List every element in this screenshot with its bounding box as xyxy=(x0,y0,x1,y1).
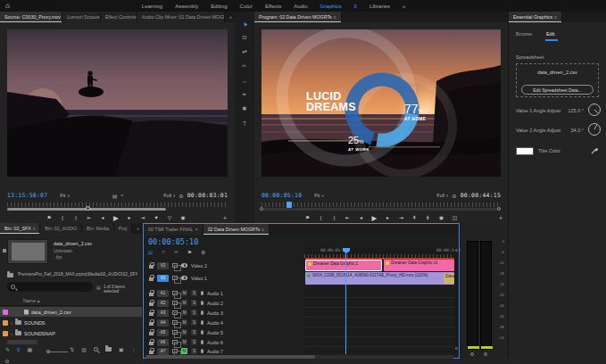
workspace-tab-graphics[interactable]: Graphics xyxy=(320,4,342,9)
automate-to-sequence-button[interactable]: ▥ xyxy=(81,346,87,352)
track-target-a5[interactable]: A5 xyxy=(157,329,169,336)
source-mini-ruler[interactable] xyxy=(7,203,228,207)
source-monitor-video[interactable] xyxy=(7,29,228,177)
track-lock-icon[interactable] xyxy=(149,342,154,345)
mute-button[interactable]: M xyxy=(181,310,187,316)
track-target-a7[interactable]: A7 xyxy=(157,348,169,355)
razor-tool[interactable]: ✂ xyxy=(239,62,250,70)
scrollbar-end-handle[interactable] xyxy=(455,347,458,350)
column-header-name[interactable]: Name ▴ xyxy=(23,298,39,303)
sync-lock-icon[interactable] xyxy=(172,301,178,305)
mute-button[interactable]: M xyxy=(181,300,187,306)
track-lock-icon[interactable] xyxy=(149,351,154,354)
workspace-tab-libraries[interactable]: Libraries xyxy=(369,4,390,9)
overflow-icon[interactable]: ⋮ xyxy=(131,346,137,352)
param2-value[interactable]: 34.0 ° xyxy=(560,128,584,133)
tab-audio-clip-mixer[interactable]: Audio Clip Mixer: 02 Data Driven MOGRTs xyxy=(137,12,225,22)
preview-thumbnail[interactable] xyxy=(7,239,48,264)
tab-program[interactable]: Program: 02 Data Driven MOGRTs≡ xyxy=(254,12,342,22)
export-frame-button[interactable]: ◉ xyxy=(436,213,446,222)
sync-lock-icon[interactable] xyxy=(172,320,178,325)
tab-sequence-tsr-trailer[interactable]: 00 TSR Trailer FINAL× xyxy=(144,224,203,235)
label-color-chip[interactable] xyxy=(3,320,8,326)
insert-button[interactable]: ▼ xyxy=(152,213,162,222)
toggle-track-output-icon[interactable] xyxy=(181,263,187,268)
tab-overflow-icon[interactable]: » xyxy=(134,223,142,234)
tab-effect-controls[interactable]: Effect Controls xyxy=(101,12,137,22)
drag-audio-only-icon[interactable]: ≈ xyxy=(120,193,123,198)
tab-lumetri-scopes[interactable]: Lumetri Scopes xyxy=(62,12,101,22)
track-lock-icon[interactable] xyxy=(149,293,154,296)
tab-bin-media[interactable]: Bin: Media xyxy=(82,223,114,234)
program-monitor-video[interactable] xyxy=(261,29,501,177)
workspace-overflow-icon[interactable]: » xyxy=(403,4,405,9)
zoom-slider-handle[interactable] xyxy=(46,350,50,353)
track-lock-icon[interactable] xyxy=(149,312,154,316)
workspace-tab-assembly[interactable]: Assembly xyxy=(175,4,198,9)
timeline-settings-icon[interactable]: ⚙ xyxy=(201,249,205,255)
track-lock-icon[interactable] xyxy=(149,277,154,281)
clip-proxy-video[interactable]: S004_C008_0518114_A08990-0117AE_Proxy_HD… xyxy=(305,272,454,285)
panel-menu-icon[interactable]: ≡ xyxy=(334,14,336,20)
tab-sequence-data-driven[interactable]: 02 Data Driven MOGRTs≡ xyxy=(203,224,270,235)
twirl-expand-icon[interactable]: › xyxy=(11,331,12,336)
new-item-button[interactable]: ▣ xyxy=(119,346,124,352)
scrollbar-end-handle[interactable] xyxy=(455,249,458,252)
source-timecode[interactable]: 13:15:50:07 xyxy=(7,192,47,199)
edit-spreadsheet-data-button[interactable]: Edit Spreadsheet Data... xyxy=(521,85,594,95)
clip-dreamer-data-graphic-1[interactable]: Dreamer Data Graphic 1 xyxy=(305,260,382,271)
search-in-icon[interactable]: ▤ xyxy=(96,285,101,290)
audio-track-content-area[interactable] xyxy=(304,288,454,354)
mute-button[interactable]: M xyxy=(181,329,187,335)
tab-bin-02-sfx[interactable]: Bin: 02_SFX≡ xyxy=(0,223,40,234)
sync-lock-icon[interactable] xyxy=(172,310,178,315)
overwrite-button[interactable]: ▽ xyxy=(165,213,175,222)
comparison-view-button[interactable]: ◫ xyxy=(450,213,460,222)
solo-button[interactable]: S xyxy=(191,290,197,296)
solo-button[interactable]: S xyxy=(191,348,197,354)
play-button[interactable]: ▶ xyxy=(369,213,379,222)
solo-button[interactable]: S xyxy=(191,339,197,345)
play-button[interactable]: ▶ xyxy=(112,213,121,222)
param2-dial[interactable] xyxy=(587,122,602,136)
linked-selection-icon[interactable]: ∞ xyxy=(174,249,178,255)
solo-button[interactable]: S xyxy=(191,319,197,326)
workspace-tab-audio[interactable]: Audio xyxy=(294,4,307,9)
mark-out-button[interactable]: } xyxy=(329,213,339,222)
add-marker-icon[interactable]: ⚑ xyxy=(187,249,192,255)
breadcrumb[interactable]: PremierePro_Fall_2018_MAX.prproj\Media\0… xyxy=(18,272,137,277)
workspace-tab-editing[interactable]: Editing xyxy=(211,4,227,9)
step-back-button[interactable]: ◂ xyxy=(98,213,108,222)
panel-menu-icon[interactable]: ≡ xyxy=(554,14,557,20)
voiceover-record-icon[interactable] xyxy=(201,330,203,335)
step-forward-button[interactable]: ▸ xyxy=(125,213,135,222)
voiceover-record-icon[interactable] xyxy=(201,301,203,305)
workspace-tab-color[interactable]: Color xyxy=(240,4,253,9)
sync-lock-icon[interactable] xyxy=(172,263,178,268)
drag-video-only-icon[interactable]: ▤ xyxy=(112,193,118,199)
workspace-tab-learning[interactable]: Learning xyxy=(142,4,162,9)
source-playhead[interactable] xyxy=(86,206,90,211)
tab-project[interactable]: Proj xyxy=(114,223,132,234)
playhead-line[interactable] xyxy=(345,252,346,354)
add-marker-button[interactable]: ⚑ xyxy=(303,213,312,222)
go-to-out-button[interactable]: ⇥ xyxy=(396,213,406,222)
sync-lock-icon[interactable] xyxy=(172,340,178,344)
track-target-a6[interactable]: A6 xyxy=(157,339,169,346)
track-target-a2[interactable]: A2 xyxy=(157,300,169,307)
twirl-expand-icon[interactable]: › xyxy=(11,320,12,326)
hand-tool[interactable]: ✱ xyxy=(239,104,250,113)
mute-button[interactable]: M xyxy=(181,290,187,296)
ripple-edit-tool[interactable]: ⇄ xyxy=(239,47,250,56)
clip-edge-fragment[interactable]: Data D xyxy=(444,273,454,284)
pen-tool[interactable]: ✒ xyxy=(239,90,250,99)
settings-wrench-icon[interactable]: ⚙ xyxy=(178,193,183,199)
project-writable-icon[interactable]: ✎ xyxy=(5,346,10,352)
sync-lock-icon[interactable] xyxy=(172,291,178,295)
mute-button[interactable]: M xyxy=(181,319,187,326)
timeline-timecode[interactable]: 00:00:05:10 xyxy=(148,237,198,246)
voiceover-record-icon[interactable] xyxy=(201,320,203,325)
solo-button[interactable]: S xyxy=(191,329,197,335)
voiceover-record-icon[interactable] xyxy=(201,310,203,315)
tab-overflow-icon[interactable]: » xyxy=(227,12,235,22)
